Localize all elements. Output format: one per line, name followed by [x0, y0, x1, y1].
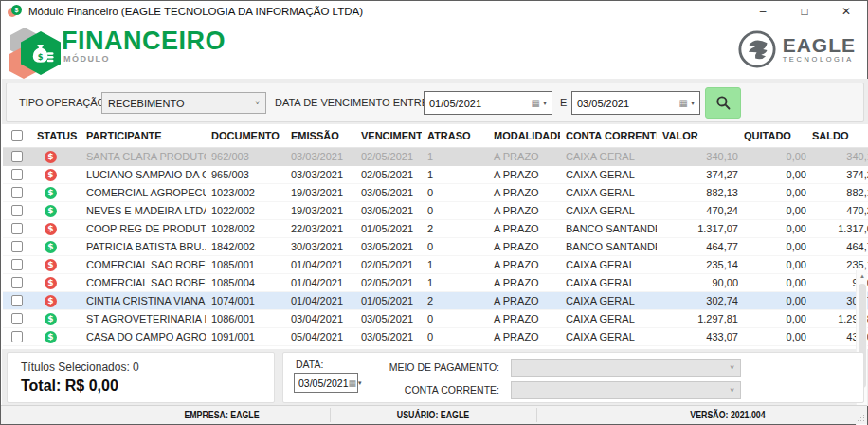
table-row[interactable]: $COMERCIAL AGROPECUA...1023/00219/03/202… [3, 183, 868, 201]
table-row[interactable]: $CINTIA CRISTINA VIANA...1074/00101/04/2… [3, 291, 868, 309]
row-checkbox[interactable] [11, 259, 23, 270]
cell-participante: ST AGROVETERINARIA L... [81, 309, 206, 327]
table-row[interactable]: $LUCIANO SAMPAIO DA C...965/00303/03/202… [3, 165, 868, 183]
resize-grip[interactable] [863, 420, 864, 421]
app-icon [8, 5, 22, 19]
financeiro-logo-icon: $ [9, 26, 65, 75]
col-atraso[interactable]: ATRASO [422, 124, 488, 147]
company-name: EAGLE [783, 36, 856, 55]
row-checkbox[interactable] [11, 313, 23, 324]
table-row[interactable]: $COOP REG DE PRODUTO...1028/00222/03/202… [3, 219, 868, 237]
search-button[interactable] [705, 87, 741, 119]
cell-vencimento: 03/05/2021 [355, 237, 422, 255]
close-button[interactable]: ✕ [825, 1, 867, 22]
cell-emissao: 03/03/2021 [285, 165, 355, 183]
meio-pagamento-select[interactable]: ˅ [511, 359, 741, 377]
cell-conta_corrente: CAIXA GERAL [560, 327, 657, 345]
chevron-down-icon: ˅ [730, 386, 740, 395]
total-text: Total: R$ 0,00 [21, 378, 118, 395]
calendar-dropdown-icon[interactable]: ▾ [543, 99, 547, 107]
cell-conta_corrente: BANCO SANTANDER [560, 237, 657, 255]
cell-modalidade: A PRAZO [488, 165, 560, 183]
row-checkbox[interactable] [11, 205, 23, 216]
cell-participante: PATRICIA BATISTA BRU... [81, 237, 206, 255]
calendar-icon[interactable]: ▦ [679, 98, 688, 108]
cell-documento: 1842/002 [206, 237, 285, 255]
minimize-button[interactable]: – [742, 1, 784, 22]
maximize-button[interactable]: □ [784, 1, 825, 22]
cell-atraso: 2 [422, 219, 488, 237]
table-row[interactable]: $COMERCIAL SAO ROBER...1085/00101/04/202… [3, 255, 868, 273]
cell-quitado: 0,00 [738, 309, 806, 327]
cell-valor: 235,14 [657, 255, 738, 273]
cell-participante: CASA DO CAMPO AGRO ... [81, 327, 206, 345]
col-documento[interactable]: DOCUMENTO [206, 124, 285, 147]
cell-valor: 302,74 [657, 291, 738, 309]
col-participante[interactable]: PARTICIPANTE [81, 124, 206, 147]
date-to-input[interactable]: 03/05/2021 ▦ ▾ [571, 91, 700, 115]
scroll-up-icon[interactable]: ▲ [857, 270, 868, 282]
statusbar-empresa: EMPRESA: EAGLE [184, 410, 259, 420]
col-modalidade[interactable]: MODALIDADE [488, 124, 560, 147]
select-all-checkbox[interactable] [11, 130, 23, 141]
row-checkbox[interactable] [11, 295, 23, 306]
calendar-dropdown-icon[interactable]: ▾ [358, 379, 362, 387]
cell-participante: COMERCIAL AGROPECUA... [81, 183, 206, 201]
eagle-icon [737, 29, 777, 69]
row-checkbox[interactable] [11, 241, 23, 252]
cell-quitado: 0,00 [738, 237, 806, 255]
selection-panel: Títulos Selecionados: 0 Total: R$ 0,00 [7, 352, 275, 403]
row-checkbox[interactable] [11, 169, 23, 180]
table-row[interactable]: $ST AGROVETERINARIA L...1086/00103/04/20… [3, 309, 868, 327]
col-conta-corrente[interactable]: CONTA CORRENTE [560, 124, 657, 147]
row-checkbox[interactable] [11, 331, 23, 342]
payment-date-value: 03/05/2021 [298, 378, 349, 389]
status-red-icon: $ [45, 295, 57, 307]
col-quitado[interactable]: QUITADO [738, 124, 806, 147]
cell-documento: 1023/002 [206, 183, 285, 201]
date-from-value: 01/05/2021 [429, 98, 481, 109]
cell-emissao: 03/03/2021 [285, 147, 355, 165]
payment-panel: DATA: 03/05/2021 ▦ ▾ MEIO DE PAGAMENTO: … [282, 352, 864, 403]
row-checkbox[interactable] [11, 187, 23, 198]
cell-participante: LUCIANO SAMPAIO DA C... [81, 165, 206, 183]
cell-modalidade: A PRAZO [488, 273, 560, 291]
table-row[interactable]: $CASA DO CAMPO AGRO ...1091/00105/04/202… [3, 327, 868, 345]
calendar-icon[interactable]: ▦ [532, 98, 540, 108]
cell-documento: 1022/002 [206, 201, 285, 219]
table-row[interactable]: $COMERCIAL SAO ROBER...1085/00401/04/202… [3, 273, 868, 291]
cell-atraso: 1 [422, 147, 488, 165]
cell-documento: 1085/001 [206, 255, 285, 273]
company-subtitle: TECNOLOGIA [783, 55, 856, 64]
status-red-icon: $ [45, 223, 57, 235]
window-title: Módulo Financeiro (EAGLE TECNOLOGIA DA I… [28, 6, 363, 17]
payment-date-input[interactable]: 03/05/2021 ▦ ▾ [294, 373, 358, 393]
col-vencimento[interactable]: VENCIMENTO [355, 124, 422, 147]
col-saldo[interactable]: SALDO [806, 124, 868, 147]
conta-corrente-label: CONTA CORRENTE: [405, 384, 499, 396]
tipo-operacao-select[interactable]: RECEBIMENTO ˅ [101, 92, 266, 114]
row-checkbox[interactable] [11, 151, 23, 162]
row-checkbox[interactable] [11, 223, 23, 234]
date-from-input[interactable]: 01/05/2021 ▦ ▾ [424, 91, 552, 115]
table-row[interactable]: $NEVES E MADEIRA LTDA...1022/00219/03/20… [3, 201, 868, 219]
col-emissao[interactable]: EMISSÃO [285, 124, 355, 147]
calendar-icon[interactable]: ▦ [349, 379, 357, 388]
row-checkbox[interactable] [11, 277, 23, 288]
company-logo: EAGLE TECNOLOGIA [737, 29, 856, 69]
table-row[interactable]: $PATRICIA BATISTA BRU...1842/00230/03/20… [3, 237, 868, 255]
cell-vencimento: 01/05/2021 [355, 219, 422, 237]
col-status[interactable]: STATUS [31, 124, 81, 147]
cell-participante: NEVES E MADEIRA LTDA... [81, 201, 206, 219]
table-row[interactable]: $SANTA CLARA PRODUTO...962/00303/03/2021… [3, 147, 868, 165]
col-valor[interactable]: VALOR [657, 124, 738, 147]
cell-emissao: 19/03/2021 [285, 183, 355, 201]
cell-documento: 965/003 [206, 165, 285, 183]
cell-saldo: 1.317,07 [806, 219, 868, 237]
cell-quitado: 0,00 [738, 201, 806, 219]
calendar-dropdown-icon[interactable]: ▾ [691, 99, 695, 107]
cell-emissao: 03/04/2021 [285, 309, 355, 327]
conta-corrente-select[interactable]: ˅ [511, 381, 741, 399]
cell-atraso: 0 [422, 309, 488, 327]
chevron-down-icon: ˅ [730, 363, 740, 372]
